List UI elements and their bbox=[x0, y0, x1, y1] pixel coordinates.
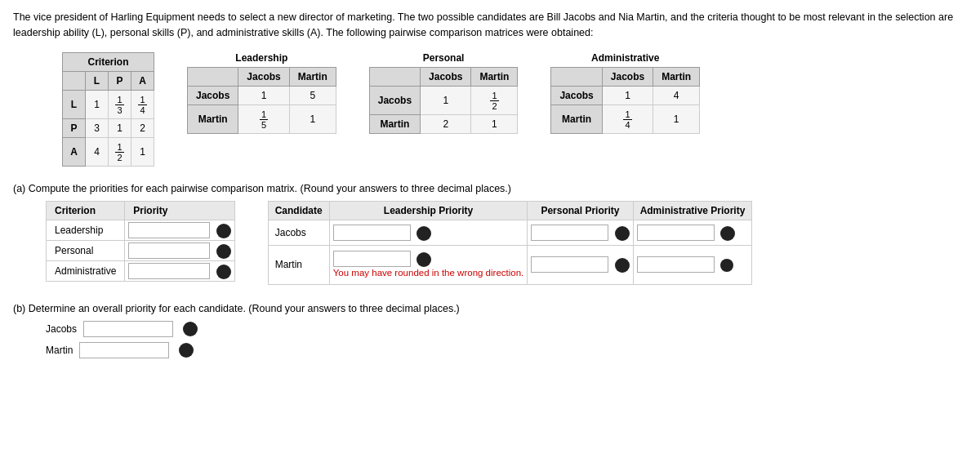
matrices-row: Criterion L P A L 1 13 14 bbox=[62, 52, 967, 167]
priority-input-administrative[interactable] bbox=[128, 263, 210, 279]
administrative-corner bbox=[551, 67, 602, 86]
part-b-jacobs-input[interactable] bbox=[83, 321, 173, 337]
criterion-row-A: A 4 12 1 bbox=[63, 137, 154, 166]
priority-input-leadership[interactable] bbox=[128, 222, 210, 238]
priority-criterion-personal: Personal bbox=[47, 240, 125, 260]
priority-input-personal[interactable] bbox=[128, 242, 210, 259]
leadership-martin-martin: 1 bbox=[289, 105, 336, 133]
intro-text: The vice president of Harling Equipment … bbox=[13, 10, 967, 41]
criterion-cell-A-A: 1 bbox=[131, 137, 154, 166]
part-b-label: (b) Determine an overall priority for ea… bbox=[13, 303, 967, 314]
leadership-priority-martin-cell: You may have rounded in the wrong direct… bbox=[329, 245, 528, 284]
criterion-matrix-title: Criterion bbox=[63, 52, 154, 71]
priority-criterion-administrative: Administrative bbox=[47, 260, 125, 281]
criterion-row-label-P: P bbox=[63, 118, 86, 137]
criterion-cell-A-L: 4 bbox=[86, 137, 109, 166]
candidate-col4-header: Administrative Priority bbox=[633, 201, 752, 220]
administrative-priority-martin-cell bbox=[633, 245, 752, 284]
criterion-row-label-A: A bbox=[63, 137, 86, 166]
priority-col2-header: Priority bbox=[125, 201, 234, 220]
administrative-label-jacobs: Jacobs bbox=[551, 86, 602, 105]
personal-priority-martin-input[interactable] bbox=[531, 256, 608, 273]
personal-martin-martin: 1 bbox=[471, 114, 518, 133]
priority-input-personal-cell bbox=[125, 240, 234, 260]
criterion-cell-P-P: 1 bbox=[109, 118, 131, 137]
leadership-row-martin: Martin 15 1 bbox=[188, 105, 336, 133]
personal-row-martin: Martin 2 1 bbox=[369, 114, 518, 133]
leadership-col-martin: Martin bbox=[289, 67, 336, 86]
administrative-jacobs-jacobs: 1 bbox=[602, 86, 653, 105]
administrative-martin-jacobs: 14 bbox=[602, 105, 653, 133]
part-b-section: (b) Determine an overall priority for ea… bbox=[13, 303, 967, 358]
leadership-corner bbox=[188, 67, 238, 86]
personal-check-martin bbox=[615, 258, 630, 273]
administrative-col-martin: Martin bbox=[653, 67, 700, 86]
criterion-col-P: P bbox=[109, 71, 131, 90]
criterion-corner bbox=[63, 71, 86, 90]
administrative-priority-jacobs-cell bbox=[633, 220, 752, 245]
personal-label-jacobs: Jacobs bbox=[369, 86, 420, 114]
check-icon-leadership bbox=[216, 224, 231, 238]
personal-check-jacobs bbox=[615, 226, 630, 241]
priority-row-personal: Personal bbox=[47, 240, 235, 260]
part-b-martin-label: Martin bbox=[46, 345, 73, 356]
administrative-col-jacobs: Jacobs bbox=[602, 67, 653, 86]
administrative-priority-jacobs-input[interactable] bbox=[637, 225, 715, 241]
priority-col1-header: Criterion bbox=[47, 201, 125, 220]
criterion-row-P: P 3 1 2 bbox=[63, 118, 154, 137]
part-a-label: (a) Compute the priorities for each pair… bbox=[13, 183, 967, 194]
administrative-label-martin: Martin bbox=[551, 105, 602, 133]
personal-matrix: Jacobs Martin Jacobs 1 12 Martin 2 1 bbox=[369, 67, 519, 134]
personal-priority-jacobs-cell bbox=[528, 220, 633, 245]
criterion-cell-L-L: 1 bbox=[86, 90, 109, 118]
leadership-matrix-block: Leadership Jacobs Martin Jacobs 1 5 Mart… bbox=[187, 52, 336, 134]
part-b-jacobs-label: Jacobs bbox=[46, 323, 77, 335]
part-b-martin-input[interactable] bbox=[79, 342, 169, 358]
priority-table: Criterion Priority Leadership Personal bbox=[46, 201, 235, 282]
candidate-table: Candidate Leadership Priority Personal P… bbox=[268, 201, 753, 285]
candidate-col2-header: Leadership Priority bbox=[329, 201, 528, 220]
leadership-priority-martin-input[interactable] bbox=[333, 251, 411, 267]
candidate-row-jacobs: Jacobs bbox=[268, 220, 752, 245]
leadership-martin-jacobs: 15 bbox=[238, 105, 289, 133]
administrative-title: Administrative bbox=[591, 52, 659, 64]
part-b-jacobs: Jacobs bbox=[46, 321, 967, 337]
criterion-cell-A-P: 12 bbox=[109, 137, 131, 166]
administrative-check-martin bbox=[720, 259, 733, 272]
administrative-matrix-block: Administrative Jacobs Martin Jacobs 1 4 … bbox=[550, 52, 700, 134]
part-a-tables: Criterion Priority Leadership Personal bbox=[46, 201, 967, 295]
leadership-label-martin: Martin bbox=[188, 105, 238, 133]
administrative-priority-martin-input[interactable] bbox=[637, 256, 715, 273]
leadership-col-jacobs: Jacobs bbox=[238, 67, 289, 86]
priority-row-administrative: Administrative bbox=[47, 260, 235, 281]
candidate-row-martin: Martin You may have rounded in the wrong… bbox=[268, 245, 752, 284]
part-b-jacobs-check bbox=[183, 322, 198, 336]
error-message-martin: You may have rounded in the wrong direct… bbox=[333, 268, 524, 278]
part-a-section: (a) Compute the priorities for each pair… bbox=[13, 183, 967, 295]
leadership-priority-jacobs-cell bbox=[329, 220, 528, 245]
candidate-name-jacobs: Jacobs bbox=[268, 220, 329, 245]
personal-row-jacobs: Jacobs 1 12 bbox=[369, 86, 518, 114]
leadership-row-jacobs: Jacobs 1 5 bbox=[188, 86, 336, 105]
criterion-cell-P-A: 2 bbox=[131, 118, 154, 137]
personal-martin-jacobs: 2 bbox=[421, 114, 471, 133]
administrative-check-jacobs bbox=[720, 226, 735, 241]
administrative-row-jacobs: Jacobs 1 4 bbox=[551, 86, 700, 105]
criterion-matrix: Criterion L P A L 1 13 14 bbox=[62, 52, 154, 167]
candidate-name-martin: Martin bbox=[268, 245, 329, 284]
criterion-cell-P-L: 3 bbox=[86, 118, 109, 137]
personal-priority-jacobs-input[interactable] bbox=[531, 225, 608, 241]
criterion-cell-L-A: 14 bbox=[131, 90, 154, 118]
leadership-jacobs-jacobs: 1 bbox=[238, 86, 289, 105]
candidate-col3-header: Personal Priority bbox=[528, 201, 633, 220]
priority-row-leadership: Leadership bbox=[47, 220, 235, 240]
leadership-priority-jacobs-input[interactable] bbox=[333, 225, 411, 241]
check-icon-personal bbox=[216, 244, 231, 259]
part-b-martin: Martin bbox=[46, 342, 967, 358]
personal-jacobs-jacobs: 1 bbox=[421, 86, 471, 114]
administrative-matrix: Jacobs Martin Jacobs 1 4 Martin 14 1 bbox=[550, 67, 700, 134]
personal-label-martin: Martin bbox=[369, 114, 420, 133]
criterion-col-L: L bbox=[86, 71, 109, 90]
personal-col-martin: Martin bbox=[471, 67, 518, 86]
leadership-jacobs-martin: 5 bbox=[289, 86, 336, 105]
